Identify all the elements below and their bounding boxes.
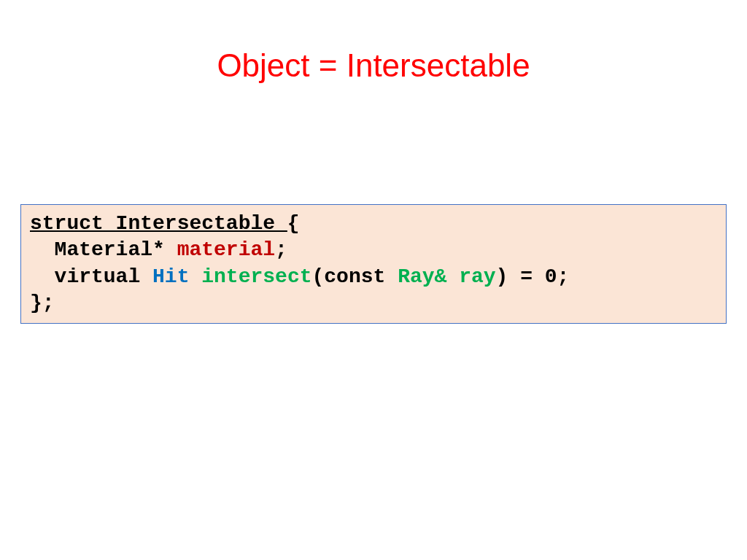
- code-text: ;: [275, 238, 287, 261]
- struct-declaration: struct Intersectable: [30, 212, 287, 235]
- code-text: {: [287, 212, 300, 235]
- code-text: virtual: [30, 265, 152, 288]
- code-text: [446, 265, 459, 288]
- code-block: struct Intersectable { Material* materia…: [20, 204, 727, 324]
- code-line-2: Material* material;: [30, 237, 717, 263]
- code-param-type: Ray&: [398, 265, 446, 288]
- code-member-variable: material: [177, 238, 275, 261]
- code-text: (const: [312, 265, 398, 288]
- code-line-4: };: [30, 290, 717, 316]
- code-line-1: struct Intersectable {: [30, 211, 717, 237]
- code-text: Material*: [30, 238, 177, 261]
- code-return-type: Hit: [152, 265, 189, 288]
- code-text: ) = 0;: [496, 265, 570, 288]
- code-method-name: intersect: [201, 265, 311, 288]
- slide-title: Object = Intersectable: [0, 0, 747, 84]
- code-line-3: virtual Hit intersect(const Ray& ray) = …: [30, 264, 717, 290]
- code-param-name: ray: [459, 265, 495, 288]
- code-text: [189, 265, 201, 288]
- code-text: };: [30, 292, 55, 314]
